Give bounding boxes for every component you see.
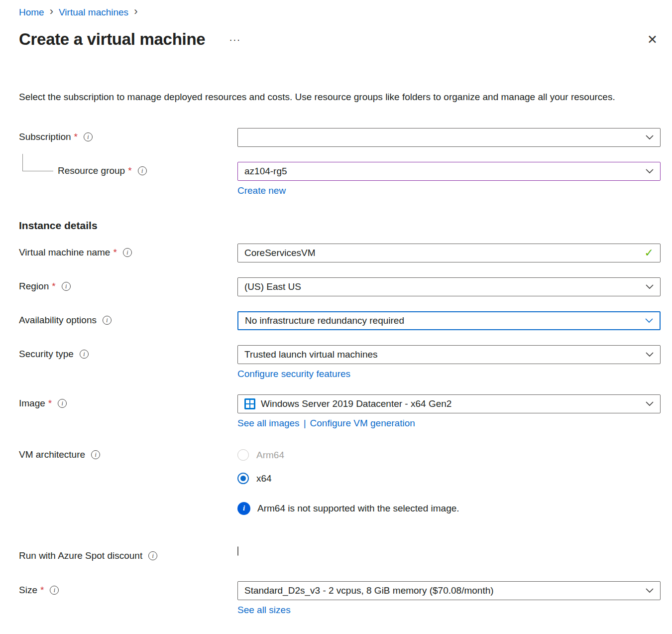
chevron-down-icon bbox=[645, 318, 653, 323]
subscription-label-group: Subscription * i bbox=[19, 128, 237, 142]
chevron-down-icon bbox=[646, 401, 654, 406]
info-filled-icon: i bbox=[237, 502, 250, 515]
spot-discount-checkbox[interactable] bbox=[237, 546, 238, 556]
create-new-link[interactable]: Create new bbox=[237, 185, 286, 196]
availability-options-label: Availability options bbox=[19, 315, 97, 326]
availability-options-dropdown[interactable]: No infrastructure redundancy required bbox=[237, 311, 661, 330]
info-icon[interactable]: i bbox=[84, 132, 93, 141]
resource-group-row: Resource group * i az104-rg5 Create new bbox=[19, 162, 661, 196]
size-dropdown[interactable]: Standard_D2s_v3 - 2 vcpus, 8 GiB memory … bbox=[237, 581, 661, 600]
resource-group-field: az104-rg5 Create new bbox=[237, 162, 661, 196]
image-row: Image * i Windows Server 2019 Datacenter… bbox=[19, 394, 661, 429]
security-type-label-group: Security type i bbox=[19, 345, 237, 360]
radio-label-x64: x64 bbox=[256, 473, 272, 484]
resource-group-label-group: Resource group * i bbox=[19, 162, 237, 176]
required-asterisk: * bbox=[40, 585, 44, 596]
required-asterisk: * bbox=[128, 165, 131, 176]
breadcrumb-separator-icon: › bbox=[134, 6, 137, 18]
tree-connector-line bbox=[22, 154, 53, 171]
link-separator: | bbox=[304, 418, 306, 428]
size-value: Standard_D2s_v3 - 2 vcpus, 8 GiB memory … bbox=[244, 585, 641, 596]
valid-check-icon: ✓ bbox=[645, 247, 654, 259]
radio-button-arm64[interactable] bbox=[237, 449, 249, 461]
info-icon[interactable]: i bbox=[58, 399, 67, 408]
region-dropdown[interactable]: (US) East US bbox=[237, 277, 661, 296]
create-vm-page: Home › Virtual machines › Create a virtu… bbox=[0, 0, 672, 634]
security-type-value: Trusted launch virtual machines bbox=[244, 349, 641, 360]
radio-label-arm64: Arm64 bbox=[256, 450, 284, 461]
close-icon[interactable]: ✕ bbox=[647, 33, 658, 46]
info-icon[interactable]: i bbox=[138, 166, 147, 175]
vm-architecture-row: VM architecture i Arm64 x64 i Arm64 is n… bbox=[19, 446, 661, 515]
breadcrumb-virtual-machines[interactable]: Virtual machines bbox=[59, 7, 128, 18]
windows-logo-icon bbox=[244, 398, 255, 409]
subscription-dropdown[interactable] bbox=[237, 128, 661, 147]
spot-discount-label-group: Run with Azure Spot discount i bbox=[19, 547, 237, 561]
availability-options-value: No infrastructure redundancy required bbox=[245, 315, 640, 326]
breadcrumb: Home › Virtual machines › bbox=[19, 5, 661, 18]
vm-architecture-label: VM architecture bbox=[19, 449, 85, 460]
resource-group-value: az104-rg5 bbox=[244, 166, 641, 177]
image-label-group: Image * i bbox=[19, 394, 237, 409]
info-icon[interactable]: i bbox=[123, 248, 132, 257]
radio-option-arm64: Arm64 bbox=[237, 446, 661, 465]
vm-name-label: Virtual machine name bbox=[19, 247, 110, 258]
configure-vm-generation-link[interactable]: Configure VM generation bbox=[310, 418, 415, 429]
configure-security-features-link[interactable]: Configure security features bbox=[237, 369, 350, 380]
subscription-row: Subscription * i bbox=[19, 128, 661, 147]
resource-group-label: Resource group bbox=[58, 165, 125, 176]
chevron-down-icon bbox=[646, 588, 654, 593]
spot-discount-row: Run with Azure Spot discount i bbox=[19, 547, 661, 561]
region-label-group: Region * i bbox=[19, 277, 237, 292]
info-icon[interactable]: i bbox=[103, 316, 112, 325]
required-asterisk: * bbox=[113, 247, 116, 258]
size-label: Size bbox=[19, 585, 37, 596]
required-asterisk: * bbox=[74, 131, 78, 142]
basics-form: Subscription * i Resource group * i bbox=[19, 128, 661, 616]
security-type-dropdown[interactable]: Trusted launch virtual machines bbox=[237, 345, 661, 364]
info-icon[interactable]: i bbox=[148, 551, 157, 560]
info-icon[interactable]: i bbox=[50, 586, 59, 595]
chevron-down-icon bbox=[646, 135, 654, 140]
vm-architecture-label-group: VM architecture i bbox=[19, 446, 237, 460]
vm-architecture-field: Arm64 x64 i Arm64 is not supported with … bbox=[237, 446, 661, 515]
vm-name-value: CoreServicesVM bbox=[244, 248, 645, 258]
title-row: Create a virtual machine ··· ✕ bbox=[19, 30, 661, 49]
chevron-down-icon bbox=[646, 352, 654, 357]
more-menu-icon[interactable]: ··· bbox=[229, 34, 240, 45]
instance-details-heading: Instance details bbox=[19, 220, 661, 232]
availability-options-field: No infrastructure redundancy required bbox=[237, 311, 661, 330]
radio-option-x64: x64 bbox=[237, 469, 661, 488]
see-all-sizes-link[interactable]: See all sizes bbox=[237, 605, 291, 616]
chevron-down-icon bbox=[646, 284, 654, 289]
size-row: Size * i Standard_D2s_v3 - 2 vcpus, 8 Gi… bbox=[19, 581, 661, 616]
info-icon[interactable]: i bbox=[91, 450, 100, 459]
breadcrumb-separator-icon: › bbox=[50, 6, 53, 18]
intro-text: Select the subscription to manage deploy… bbox=[19, 90, 655, 105]
chevron-down-icon bbox=[646, 169, 654, 174]
see-all-images-link[interactable]: See all images bbox=[237, 418, 300, 429]
availability-options-row: Availability options i No infrastructure… bbox=[19, 311, 661, 330]
vm-name-label-group: Virtual machine name * i bbox=[19, 244, 237, 258]
size-field: Standard_D2s_v3 - 2 vcpus, 8 GiB memory … bbox=[237, 581, 661, 616]
availability-options-label-group: Availability options i bbox=[19, 311, 237, 326]
region-label: Region bbox=[19, 281, 49, 292]
subscription-field bbox=[237, 128, 661, 147]
security-type-field: Trusted launch virtual machines Configur… bbox=[237, 345, 661, 380]
subscription-label: Subscription bbox=[19, 131, 71, 142]
spot-discount-label: Run with Azure Spot discount bbox=[19, 550, 142, 561]
region-row: Region * i (US) East US bbox=[19, 277, 661, 296]
image-value: Windows Server 2019 Datacenter - x64 Gen… bbox=[261, 398, 641, 409]
vm-name-field: CoreServicesVM ✓ bbox=[237, 244, 661, 262]
arm64-note-text: Arm64 is not supported with the selected… bbox=[257, 503, 459, 514]
info-icon[interactable]: i bbox=[62, 282, 71, 291]
breadcrumb-home[interactable]: Home bbox=[19, 7, 44, 18]
resource-group-dropdown[interactable]: az104-rg5 bbox=[237, 162, 661, 181]
vm-name-row: Virtual machine name * i CoreServicesVM … bbox=[19, 244, 661, 262]
image-dropdown[interactable]: Windows Server 2019 Datacenter - x64 Gen… bbox=[237, 394, 661, 413]
info-icon[interactable]: i bbox=[80, 350, 89, 359]
vm-name-input[interactable]: CoreServicesVM ✓ bbox=[237, 244, 661, 262]
security-type-row: Security type i Trusted launch virtual m… bbox=[19, 345, 661, 380]
arm64-note: i Arm64 is not supported with the select… bbox=[237, 502, 661, 515]
radio-button-x64[interactable] bbox=[237, 473, 249, 484]
